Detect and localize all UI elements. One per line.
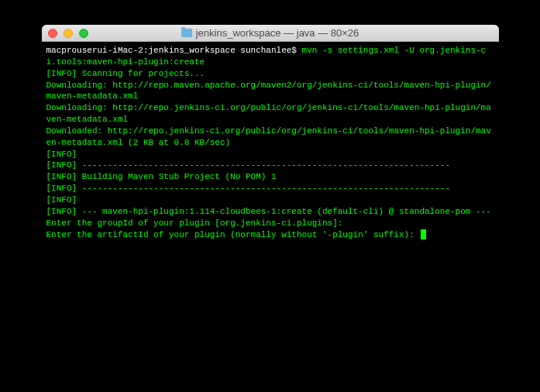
input-prompt-line: Enter the artifactId of your plugin (nor…	[46, 229, 494, 241]
close-button[interactable]	[48, 29, 57, 38]
output-line: [INFO] --- maven-hpi-plugin:1.114-cloudb…	[46, 206, 494, 218]
output-line: Enter the groupId of your plugin [org.je…	[46, 218, 494, 229]
output-line: [INFO] ---------------------------------…	[46, 183, 494, 194]
output-line: Downloaded: http://repo.jenkins-ci.org/p…	[46, 126, 494, 149]
window-title: jenkins_workspace — java — 80×26	[181, 27, 359, 39]
cursor	[421, 229, 426, 239]
prompt-line: macprouserui-iMac-2:jenkins_workspace su…	[46, 45, 494, 68]
maximize-button[interactable]	[79, 29, 88, 38]
output-line: Downloading: http://repo.maven.apache.or…	[46, 80, 494, 103]
traffic-lights	[48, 29, 88, 38]
terminal-body[interactable]: macprouserui-iMac-2:jenkins_workspace su…	[42, 42, 499, 367]
output-line: [INFO] ---------------------------------…	[46, 160, 494, 171]
title-text: jenkins_workspace — java — 80×26	[196, 27, 359, 39]
output-line: [INFO] Building Maven Stub Project (No P…	[46, 171, 494, 183]
output-line: [INFO] Scanning for projects...	[46, 68, 494, 80]
input-prompt-text: Enter the artifactId of your plugin (nor…	[46, 230, 420, 239]
output-line: [INFO]	[46, 149, 494, 160]
folder-icon	[181, 29, 192, 37]
shell-prompt: macprouserui-iMac-2:jenkins_workspace su…	[46, 46, 302, 55]
title-bar[interactable]: jenkins_workspace — java — 80×26	[42, 25, 499, 42]
output-line: Downloading: http://repo.jenkins-ci.org/…	[46, 102, 494, 126]
minimize-button[interactable]	[64, 29, 73, 38]
output-line: [INFO]	[46, 194, 494, 206]
terminal-window: jenkins_workspace — java — 80×26 macprou…	[42, 25, 499, 367]
